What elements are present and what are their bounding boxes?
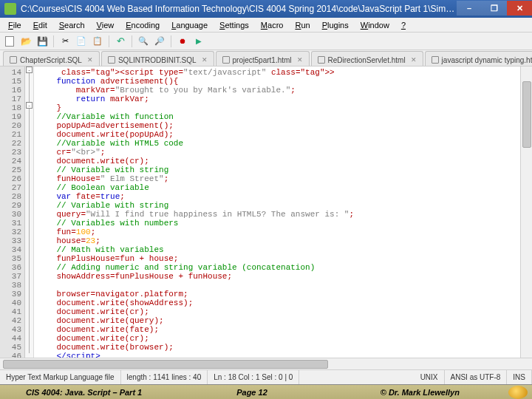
line-number: 38	[0, 281, 21, 290]
slide-footer: CIS 4004: Java. Script – Part 1 Page 12 …	[0, 384, 532, 399]
line-number: 41	[0, 307, 21, 316]
line-number: 26	[0, 174, 21, 183]
menu-language[interactable]: Language	[166, 19, 213, 31]
line-number: 25	[0, 166, 21, 174]
toolbar-separator	[171, 35, 171, 47]
status-insert-mode[interactable]: INS	[507, 370, 532, 384]
line-number: 21	[0, 130, 21, 139]
file-icon	[432, 56, 439, 64]
tab-chapterscript-sql[interactable]: ChapterScript.SQL✕	[3, 51, 100, 66]
menu-view[interactable]: View	[92, 19, 120, 31]
line-number: 30	[0, 210, 21, 219]
file-icon	[222, 56, 230, 64]
paste-icon[interactable]	[91, 35, 104, 48]
fold-margin[interactable]: - -	[25, 66, 34, 358]
tab-strip: ChapterScript.SQL✕SQLINTRODBINIT.SQL✕pro…	[0, 50, 532, 66]
undo-icon[interactable]	[114, 35, 127, 48]
line-number: 44	[0, 334, 21, 343]
line-number: 20	[0, 121, 21, 130]
close-tab-icon[interactable]: ✕	[411, 56, 417, 64]
scroll-thumb[interactable]	[522, 81, 531, 148]
line-number: 42	[0, 316, 21, 325]
footer-right: © Dr. Mark Llewellyn	[336, 388, 504, 397]
minimize-button[interactable]: –	[457, 1, 482, 16]
line-number: 17	[0, 95, 21, 103]
close-tab-icon[interactable]: ✕	[202, 56, 208, 64]
toolbar-separator	[132, 35, 132, 47]
close-tab-icon[interactable]: ✕	[297, 56, 303, 64]
app-icon	[4, 3, 16, 15]
menu-macro[interactable]: Macro	[256, 19, 289, 31]
status-position: Ln : 18 Col : 1 Sel : 0 | 0	[208, 370, 299, 384]
menu-file[interactable]: File	[3, 19, 27, 31]
menu-window[interactable]: Window	[355, 19, 395, 31]
menu-settings[interactable]: Settings	[214, 19, 254, 31]
file-icon	[108, 56, 115, 64]
menu-edit[interactable]: Edit	[28, 19, 52, 31]
tab-javascript-dynamic-typing-html[interactable]: javascript dynamic typing.html✕	[425, 51, 532, 66]
line-number: 14	[0, 68, 21, 77]
line-number-gutter: 1415161718192021222324252627282930313233…	[0, 66, 25, 358]
play-macro-icon[interactable]	[192, 35, 205, 48]
toolbar-separator	[109, 35, 109, 47]
line-number: 22	[0, 139, 21, 148]
file-icon	[318, 56, 325, 64]
menu-run[interactable]: Run	[290, 19, 315, 31]
menu-plugins[interactable]: Plugins	[317, 19, 354, 31]
statusbar: Hyper Text Markup Language file length :…	[0, 369, 532, 384]
tab-label: SQLINTRODBINIT.SQL	[118, 56, 197, 64]
zoom-icon[interactable]	[153, 35, 166, 48]
line-number: 36	[0, 263, 21, 272]
horizontal-scrollbar[interactable]	[0, 358, 532, 369]
toolbar-separator	[53, 35, 54, 47]
open-file-icon[interactable]	[19, 35, 33, 48]
new-file-icon[interactable]	[3, 35, 16, 48]
status-filetype: Hyper Text Markup Language file	[0, 370, 121, 384]
vertical-scrollbar[interactable]	[520, 66, 532, 358]
cut-icon[interactable]	[58, 35, 72, 48]
line-number: 24	[0, 157, 21, 166]
line-number: 15	[0, 77, 21, 86]
maximize-button[interactable]: ❐	[482, 1, 507, 16]
line-number: 27	[0, 183, 21, 192]
tab-label: javascript dynamic typing.html	[442, 56, 532, 64]
line-number: 29	[0, 201, 21, 210]
close-button[interactable]: ✕	[507, 1, 532, 16]
menu-search[interactable]: Search	[54, 19, 90, 31]
code-view[interactable]: class="tag"><script type="text/javascrip…	[34, 66, 520, 358]
footer-center: Page 12	[168, 388, 335, 397]
ucf-logo-icon	[508, 386, 528, 399]
line-number: 35	[0, 254, 21, 263]
status-eol[interactable]: UNIX	[415, 370, 445, 384]
tab-label: project5part1.html	[233, 56, 292, 64]
line-number: 19	[0, 112, 21, 121]
toolbar	[0, 33, 532, 50]
copy-icon[interactable]	[75, 35, 88, 48]
line-number: 23	[0, 148, 21, 157]
tab-redirectionservlet-html[interactable]: ReDirectionServlet.html✕	[311, 51, 423, 66]
save-file-icon[interactable]	[35, 35, 49, 48]
line-number: 40	[0, 299, 21, 307]
tab-sqlintrodbinit-sql[interactable]: SQLINTRODBINIT.SQL✕	[101, 51, 214, 66]
line-number: 18	[0, 103, 21, 112]
line-number: 28	[0, 192, 21, 201]
status-encoding[interactable]: ANSI as UTF-8	[445, 370, 508, 384]
window-titlebar: C:\Courses\CIS 4004 Web Based Informatio…	[0, 0, 532, 18]
close-tab-icon[interactable]: ✕	[87, 56, 93, 64]
tab-project5part1-html[interactable]: project5part1.html✕	[216, 51, 310, 66]
tab-label: ChapterScript.SQL	[20, 56, 82, 64]
line-number: 43	[0, 325, 21, 334]
line-number: 31	[0, 219, 21, 228]
window-buttons: – ❐ ✕	[457, 2, 532, 16]
footer-left: CIS 4004: Java. Script – Part 1	[0, 388, 168, 397]
line-number: 37	[0, 272, 21, 281]
menu-?[interactable]: ?	[396, 19, 411, 31]
line-number: 45	[0, 343, 21, 352]
find-icon[interactable]	[137, 35, 150, 48]
scroll-thumb[interactable]	[3, 360, 328, 369]
record-macro-icon[interactable]	[176, 35, 189, 48]
line-number: 16	[0, 86, 21, 95]
menu-encoding[interactable]: Encoding	[120, 19, 165, 31]
status-length: length : 1141 lines : 40	[121, 370, 208, 384]
line-number: 39	[0, 290, 21, 299]
